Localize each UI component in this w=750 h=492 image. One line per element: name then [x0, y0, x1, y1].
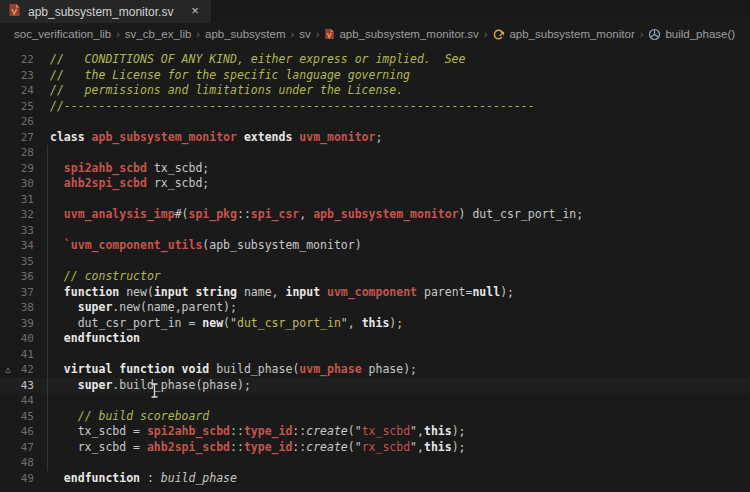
- close-icon[interactable]: ×: [187, 4, 203, 20]
- breadcrumb-item-apb_subsystem[interactable]: apb_subsystem: [205, 28, 286, 40]
- code-editor[interactable]: 22// CONDITIONS OF ANY KIND, either expr…: [0, 45, 750, 492]
- code-line-22[interactable]: 22// CONDITIONS OF ANY KIND, either expr…: [0, 52, 750, 68]
- code-segment: ::: [230, 424, 244, 438]
- code-line-31[interactable]: 31: [0, 192, 750, 208]
- code-segment: rx_scbd =: [50, 440, 147, 454]
- line-number: 28: [0, 145, 34, 161]
- code-segment: phase);: [362, 362, 417, 376]
- code-segment: create: [306, 440, 348, 454]
- code-line-23[interactable]: 23// the License for the specific langua…: [0, 68, 750, 84]
- code-segment: [50, 409, 78, 423]
- line-number: 41: [0, 347, 34, 363]
- code-segment: ,: [299, 207, 313, 221]
- breadcrumb-item-build_phase[interactable]: build_phase(): [648, 28, 735, 41]
- code-text: // build scoreboard: [50, 409, 209, 425]
- code-line-36[interactable]: 36 // constructor: [0, 269, 750, 285]
- code-segment: this: [424, 424, 452, 438]
- code-line-29[interactable]: 29 spi2ahb_scbd tx_scbd;: [0, 161, 750, 177]
- line-number: 33: [0, 223, 34, 239]
- code-segment: .new(name,parent);: [112, 300, 237, 314]
- code-segment: apb_subsystem_monitor: [313, 207, 458, 221]
- code-line-49[interactable]: 49 endfunction : build_phase: [0, 471, 750, 487]
- code-text: rx_scbd = ahb2spi_scbd::type_id::create(…: [50, 440, 466, 456]
- code-line-28[interactable]: 28: [0, 145, 750, 161]
- code-line-45[interactable]: 45 // build scoreboard: [0, 409, 750, 425]
- code-segment: spi2ahb_scbd: [64, 161, 147, 175]
- code-segment: parent=: [417, 285, 472, 299]
- code-segment: );: [389, 316, 403, 330]
- code-line-39[interactable]: 39 dut_csr_port_in = new("dut_csr_port_i…: [0, 316, 750, 332]
- code-line-26[interactable]: 26: [0, 114, 750, 130]
- code-segment: uvm_component: [327, 285, 417, 299]
- code-segment: spi2ahb_scbd: [147, 424, 230, 438]
- code-line-25[interactable]: 25//------------------------------------…: [0, 99, 750, 115]
- code-line-30[interactable]: 30 ahb2spi_scbd rx_scbd;: [0, 176, 750, 192]
- code-line-48[interactable]: 48: [0, 455, 750, 471]
- code-segment: tx_scbd;: [147, 161, 209, 175]
- code-segment: ::: [237, 207, 251, 221]
- code-segment: spi_csr: [251, 207, 299, 221]
- code-segment: string: [195, 285, 237, 299]
- code-segment: ahb2spi_scbd: [147, 440, 230, 454]
- line-number: 48: [0, 455, 34, 471]
- line-number: 31: [0, 192, 34, 208]
- breadcrumb-label: apb_subsystem_monitor: [509, 28, 634, 40]
- code-segment: ": [410, 440, 417, 454]
- code-segment: input: [154, 285, 189, 299]
- breadcrumb-label: apb_subsystem_monitor.sv: [339, 28, 478, 40]
- code-segment: this: [362, 316, 390, 330]
- code-segment: [50, 161, 64, 175]
- code-line-24[interactable]: 24// permissions and limitations under t…: [0, 83, 750, 99]
- code-segment: dut_csr_port_in: [237, 316, 341, 330]
- code-line-43[interactable]: 43 super.build_phase(phase);: [0, 378, 750, 394]
- breadcrumb-item-apb_subsystem_monitor.sv[interactable]: apb_subsystem_monitor.sv: [324, 28, 478, 40]
- code-line-38[interactable]: 38 super.new(name,parent);: [0, 300, 750, 316]
- breadcrumb-item-sv_cb_ex_lib[interactable]: sv_cb_ex_lib: [125, 28, 191, 40]
- code-line-35[interactable]: 35: [0, 254, 750, 270]
- code-segment: extends: [244, 130, 292, 144]
- code-segment: [50, 269, 64, 283]
- code-line-42[interactable]: 42 virtual function void build_phase(uvm…: [0, 362, 750, 378]
- code-segment: (: [223, 316, 230, 330]
- tab-bar: apb_subsystem_monitor.sv ×: [0, 0, 750, 23]
- editor-tab[interactable]: apb_subsystem_monitor.sv ×: [0, 0, 212, 23]
- code-line-27[interactable]: 27class apb_subsystem_monitor extends uv…: [0, 130, 750, 146]
- code-text: endfunction : build_phase: [50, 471, 237, 487]
- code-text: `uvm_component_utils(apb_subsystem_monit…: [50, 238, 362, 254]
- code-text: uvm_analysis_imp#(spi_pkg::spi_csr, apb_…: [50, 207, 583, 223]
- code-segment: :: [140, 471, 161, 485]
- code-segment: tx_scbd: [362, 424, 410, 438]
- code-line-32[interactable]: 32 uvm_analysis_imp#(spi_pkg::spi_csr, a…: [0, 207, 750, 223]
- breadcrumb-item-sv[interactable]: sv: [299, 28, 311, 40]
- breadcrumb-separator-icon: ›: [640, 28, 644, 40]
- code-segment: );: [500, 285, 514, 299]
- line-number: 23: [0, 68, 34, 84]
- code-text: super.build_phase(phase);: [50, 378, 251, 394]
- code-text: endfunction: [50, 331, 140, 347]
- fold-marker-icon[interactable]: △: [2, 363, 14, 375]
- code-line-34[interactable]: 34 `uvm_component_utils(apb_subsystem_mo…: [0, 238, 750, 254]
- breadcrumb-item-soc_verification_lib[interactable]: soc_verification_lib: [14, 28, 111, 40]
- code-segment: virtual: [64, 362, 112, 376]
- class-icon: [492, 28, 505, 41]
- code-line-44[interactable]: 44: [0, 393, 750, 409]
- code-segment: tx_scbd =: [50, 424, 147, 438]
- code-line-40[interactable]: 40 endfunction: [0, 331, 750, 347]
- code-line-41[interactable]: 41: [0, 347, 750, 363]
- line-number: 29: [0, 161, 34, 177]
- code-segment: ,: [348, 316, 362, 330]
- code-line-37[interactable]: 37 function new(input string name, input…: [0, 285, 750, 301]
- code-segment: function: [119, 362, 174, 376]
- code-line-33[interactable]: 33: [0, 223, 750, 239]
- code-text: //--------------------------------------…: [50, 99, 535, 115]
- code-segment: (: [348, 424, 355, 438]
- code-segment: [237, 130, 244, 144]
- code-segment: ,: [417, 440, 424, 454]
- code-segment: spi_pkg: [189, 207, 237, 221]
- code-segment: (apb_subsystem_monitor): [202, 238, 361, 252]
- breadcrumb-item-apb_subsystem_monitor[interactable]: apb_subsystem_monitor: [492, 28, 634, 41]
- code-line-46[interactable]: 46 tx_scbd = spi2ahb_scbd::type_id::crea…: [0, 424, 750, 440]
- code-line-47[interactable]: 47 rx_scbd = ahb2spi_scbd::type_id::crea…: [0, 440, 750, 456]
- line-number: 44: [0, 393, 34, 409]
- breadcrumb-separator-icon: ›: [484, 28, 488, 40]
